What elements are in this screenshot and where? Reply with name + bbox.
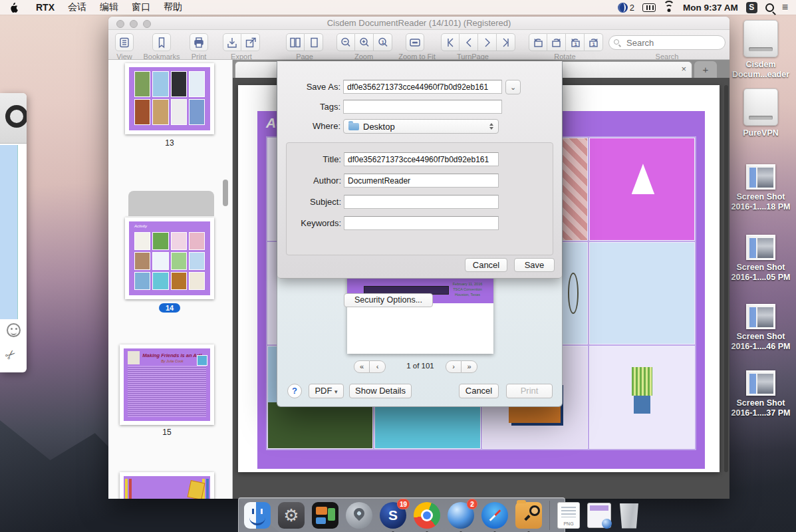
- tags-label: Tags:: [279, 102, 340, 112]
- background-chat-window[interactable]: ✂: [0, 93, 27, 372]
- keywords-label: Keywords:: [280, 218, 341, 228]
- dock-browser-sphere-icon[interactable]: 2: [448, 502, 474, 529]
- dock-finder-icon[interactable]: [244, 502, 271, 529]
- last-page-button[interactable]: [497, 33, 515, 51]
- icon-label: Screen Shot: [737, 263, 785, 272]
- viewer-scrollbar[interactable]: [724, 85, 728, 472]
- security-options-button[interactable]: Security Options...: [344, 293, 433, 307]
- save-button[interactable]: Save: [514, 258, 555, 272]
- title-bar[interactable]: Cisdem DocumentReader (14/101) (Register…: [108, 17, 730, 30]
- title-input[interactable]: [344, 152, 499, 166]
- two-page-button[interactable]: [286, 33, 305, 51]
- thumbnail-page-13[interactable]: [125, 63, 214, 134]
- dock-windows-app-icon[interactable]: [312, 502, 338, 529]
- input-method-icon: [618, 3, 628, 13]
- expand-sheet-button[interactable]: ⌄: [505, 80, 521, 94]
- dock-search-folder-icon[interactable]: [515, 502, 542, 529]
- dock-chrome-icon[interactable]: [414, 502, 440, 529]
- dock-png-document-icon[interactable]: PNG: [557, 502, 580, 529]
- printer-icon: [192, 36, 205, 49]
- dock-s-app-icon[interactable]: S 19: [380, 502, 406, 529]
- desktop-icon-screenshot-3[interactable]: Screen Shot 2016-1....46 PM: [726, 304, 795, 352]
- desktop-icon-screenshot-2[interactable]: Screen Shot 2016-1....05 PM: [726, 235, 795, 283]
- icon-label: Screen Shot: [737, 398, 785, 408]
- notification-center-icon[interactable]: ≡: [782, 2, 788, 13]
- page-number-14-badge: 14: [159, 303, 180, 313]
- print-button[interactable]: [190, 33, 208, 51]
- rotate-right-one-button[interactable]: 1: [585, 33, 603, 51]
- sidebar-scrollbar[interactable]: [223, 180, 228, 206]
- spotlight-icon[interactable]: [765, 3, 774, 12]
- subject-input[interactable]: [344, 195, 499, 209]
- print-cancel-button[interactable]: Cancel: [459, 384, 499, 398]
- desktop-icon-cisdem[interactable]: Cisdem Docum...eader: [726, 20, 795, 80]
- keywords-input[interactable]: [344, 216, 499, 230]
- screenshot-file-icon: [746, 235, 775, 260]
- dock-system-preferences-icon[interactable]: ⚙: [278, 502, 305, 529]
- zoom-to-fit-button[interactable]: [406, 33, 424, 51]
- thumbnail-page-16[interactable]: [120, 472, 214, 499]
- dock-trash-icon[interactable]: [618, 503, 640, 529]
- first-page-button[interactable]: [441, 33, 460, 51]
- pdf-menu-button[interactable]: PDF ▾: [309, 384, 344, 398]
- author-input[interactable]: [344, 174, 499, 188]
- export-download-button[interactable]: [223, 33, 241, 51]
- rocket-icon: [352, 505, 367, 521]
- input-method-menu[interactable]: 2: [618, 3, 634, 13]
- preview-last-page-button[interactable]: »: [462, 360, 477, 373]
- save-as-input[interactable]: [343, 80, 502, 94]
- zoom-in-button[interactable]: [355, 33, 374, 51]
- tab-close-icon[interactable]: ×: [681, 64, 686, 74]
- show-details-button[interactable]: Show Details: [349, 384, 412, 398]
- previous-page-button[interactable]: [460, 33, 478, 51]
- dock-launchpad-icon[interactable]: [346, 502, 372, 529]
- thumbnail-13-page: [129, 67, 210, 130]
- toolbar: View Bookmarks Print Export: [108, 31, 730, 60]
- export-share-button[interactable]: [241, 33, 260, 51]
- scissors-icon[interactable]: ✂: [1, 346, 19, 364]
- save-cancel-button[interactable]: Cancel: [465, 258, 507, 272]
- tags-input[interactable]: [343, 100, 502, 114]
- menu-edit[interactable]: 编辑: [93, 1, 125, 13]
- desktop-icon-screenshot-4[interactable]: Screen Shot 2016-1....37 PM: [726, 370, 795, 418]
- dock-safari-icon[interactable]: [481, 502, 508, 529]
- apple-icon[interactable]: [9, 3, 19, 13]
- menu-session[interactable]: 会话: [61, 1, 93, 13]
- search-input[interactable]: [608, 35, 726, 50]
- next-page-button[interactable]: [478, 33, 497, 51]
- keyboard-status-icon[interactable]: [642, 3, 656, 12]
- thumbnail-page-15[interactable]: Making Friends is an Art! By Julia Cook: [120, 344, 214, 425]
- sphere-overlay-icon: [602, 519, 612, 529]
- desktop-icon-purevpn[interactable]: PureVPN: [726, 88, 795, 138]
- bookmarks-button[interactable]: [152, 33, 171, 51]
- add-tab-button[interactable]: +: [694, 61, 717, 78]
- zoom-actual-size-button[interactable]: 1: [374, 33, 392, 51]
- menu-bar-clock[interactable]: Mon 9:37 AM: [683, 3, 738, 13]
- preview-previous-page-button[interactable]: ‹: [370, 360, 386, 373]
- rotate-right-button[interactable]: [547, 33, 566, 51]
- single-page-button[interactable]: [305, 33, 323, 51]
- print-button-disabled[interactable]: Print: [506, 384, 553, 398]
- rotate-left-one-button[interactable]: 1: [566, 33, 585, 51]
- preview-next-page-button[interactable]: ›: [446, 360, 462, 373]
- thumbnail-page-14[interactable]: Activity: [125, 217, 214, 299]
- document-lines: [561, 507, 576, 517]
- menu-window[interactable]: 窗口: [125, 1, 157, 13]
- wifi-icon[interactable]: [664, 3, 675, 12]
- preview-first-page-button[interactable]: «: [354, 360, 370, 373]
- zoom-out-button[interactable]: [336, 33, 355, 51]
- thumbnail-sidebar[interactable]: 13 Activity 14 Making Friends is an Art!: [108, 60, 233, 499]
- where-select[interactable]: Desktop: [343, 119, 499, 134]
- view-button[interactable]: [115, 33, 134, 51]
- menu-help[interactable]: 帮助: [157, 1, 189, 13]
- compass-needle-icon: [489, 509, 501, 521]
- emoji-icon[interactable]: [7, 323, 21, 337]
- help-button[interactable]: ?: [287, 384, 302, 398]
- desktop-icon-screenshot-1[interactable]: Screen Shot 2016-1....18 PM: [726, 164, 795, 212]
- status-s-app-icon[interactable]: S: [746, 2, 757, 13]
- menu-app-name[interactable]: RTX: [29, 2, 61, 13]
- rotate-left-button[interactable]: [529, 33, 547, 51]
- singing-girl-cell: [589, 346, 695, 449]
- disk-drive-icon: [743, 88, 778, 126]
- dock-document-window-icon[interactable]: [587, 503, 611, 528]
